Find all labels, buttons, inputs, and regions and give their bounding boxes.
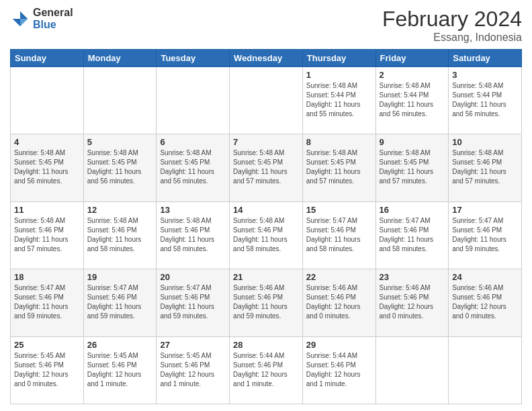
- calendar-cell: 16Sunrise: 5:47 AM Sunset: 5:46 PM Dayli…: [375, 201, 449, 269]
- day-info: Sunrise: 5:45 AM Sunset: 5:46 PM Dayligh…: [87, 351, 153, 389]
- day-info: Sunrise: 5:48 AM Sunset: 5:46 PM Dayligh…: [233, 216, 299, 254]
- location-subtitle: Essang, Indonesia: [382, 32, 522, 44]
- day-header-monday: Monday: [83, 50, 157, 67]
- day-number: 20: [160, 272, 226, 282]
- day-number: 24: [452, 272, 518, 282]
- day-number: 28: [233, 340, 299, 350]
- calendar-cell: 20Sunrise: 5:47 AM Sunset: 5:46 PM Dayli…: [157, 269, 230, 336]
- day-number: 19: [87, 272, 153, 282]
- day-number: 6: [160, 137, 226, 147]
- day-info: Sunrise: 5:47 AM Sunset: 5:46 PM Dayligh…: [452, 216, 518, 254]
- calendar-cell: 27Sunrise: 5:45 AM Sunset: 5:46 PM Dayli…: [157, 336, 230, 404]
- day-info: Sunrise: 5:47 AM Sunset: 5:46 PM Dayligh…: [14, 283, 80, 321]
- day-number: 26: [87, 340, 153, 350]
- calendar-cell: 24Sunrise: 5:46 AM Sunset: 5:46 PM Dayli…: [449, 269, 522, 336]
- day-number: 7: [233, 137, 299, 147]
- calendar-cell: 19Sunrise: 5:47 AM Sunset: 5:46 PM Dayli…: [83, 269, 157, 336]
- day-number: 8: [306, 137, 372, 147]
- svg-marker-0: [20, 11, 28, 18]
- logo-text: General Blue: [33, 7, 73, 30]
- calendar-cell: 23Sunrise: 5:46 AM Sunset: 5:46 PM Dayli…: [375, 269, 449, 336]
- calendar-cell: 15Sunrise: 5:47 AM Sunset: 5:46 PM Dayli…: [302, 201, 375, 269]
- day-number: 25: [14, 340, 80, 350]
- day-number: 14: [233, 205, 299, 215]
- calendar-cell: 10Sunrise: 5:48 AM Sunset: 5:46 PM Dayli…: [449, 134, 522, 201]
- day-info: Sunrise: 5:45 AM Sunset: 5:46 PM Dayligh…: [160, 351, 226, 389]
- day-info: Sunrise: 5:48 AM Sunset: 5:44 PM Dayligh…: [452, 81, 518, 119]
- svg-marker-1: [20, 19, 28, 26]
- calendar-cell: 25Sunrise: 5:45 AM Sunset: 5:46 PM Dayli…: [11, 336, 84, 404]
- day-info: Sunrise: 5:47 AM Sunset: 5:46 PM Dayligh…: [160, 283, 226, 321]
- day-number: 11: [14, 205, 80, 215]
- day-header-wednesday: Wednesday: [230, 50, 303, 67]
- day-number: 17: [452, 205, 518, 215]
- calendar-cell: 11Sunrise: 5:48 AM Sunset: 5:46 PM Dayli…: [11, 201, 84, 269]
- day-header-friday: Friday: [375, 50, 449, 67]
- day-number: 18: [14, 272, 80, 282]
- calendar-cell: 6Sunrise: 5:48 AM Sunset: 5:45 PM Daylig…: [157, 134, 230, 201]
- calendar-cell: 13Sunrise: 5:48 AM Sunset: 5:46 PM Dayli…: [157, 201, 230, 269]
- day-info: Sunrise: 5:48 AM Sunset: 5:44 PM Dayligh…: [380, 81, 445, 119]
- calendar-cell: 29Sunrise: 5:44 AM Sunset: 5:46 PM Dayli…: [302, 336, 375, 404]
- day-number: 21: [233, 272, 299, 282]
- day-number: 9: [380, 137, 445, 147]
- day-info: Sunrise: 5:48 AM Sunset: 5:46 PM Dayligh…: [87, 216, 153, 254]
- calendar-cell: 14Sunrise: 5:48 AM Sunset: 5:46 PM Dayli…: [230, 201, 303, 269]
- day-info: Sunrise: 5:46 AM Sunset: 5:46 PM Dayligh…: [233, 283, 299, 321]
- day-info: Sunrise: 5:46 AM Sunset: 5:46 PM Dayligh…: [380, 283, 445, 321]
- header: General Blue February 2024 Essang, Indon…: [10, 7, 522, 44]
- day-info: Sunrise: 5:48 AM Sunset: 5:46 PM Dayligh…: [160, 216, 226, 254]
- calendar-week-row: 1Sunrise: 5:48 AM Sunset: 5:44 PM Daylig…: [11, 67, 522, 134]
- day-number: 27: [160, 340, 226, 350]
- calendar-cell: [157, 67, 230, 134]
- month-title: February 2024: [382, 7, 522, 32]
- calendar-cell: 21Sunrise: 5:46 AM Sunset: 5:46 PM Dayli…: [230, 269, 303, 336]
- calendar-cell: [449, 336, 522, 404]
- logo-blue: Blue: [33, 19, 73, 31]
- calendar-cell: [83, 67, 157, 134]
- day-number: 10: [452, 137, 518, 147]
- calendar-week-row: 18Sunrise: 5:47 AM Sunset: 5:46 PM Dayli…: [11, 269, 522, 336]
- day-header-sunday: Sunday: [11, 50, 84, 67]
- svg-marker-2: [13, 19, 20, 26]
- day-info: Sunrise: 5:47 AM Sunset: 5:46 PM Dayligh…: [87, 283, 153, 321]
- calendar-cell: [230, 67, 303, 134]
- day-info: Sunrise: 5:48 AM Sunset: 5:45 PM Dayligh…: [87, 148, 153, 186]
- calendar-week-row: 11Sunrise: 5:48 AM Sunset: 5:46 PM Dayli…: [11, 201, 522, 269]
- day-info: Sunrise: 5:48 AM Sunset: 5:44 PM Dayligh…: [306, 81, 372, 119]
- day-info: Sunrise: 5:48 AM Sunset: 5:45 PM Dayligh…: [160, 148, 226, 186]
- calendar-cell: 5Sunrise: 5:48 AM Sunset: 5:45 PM Daylig…: [83, 134, 157, 201]
- logo-icon: [10, 9, 30, 29]
- calendar-cell: 7Sunrise: 5:48 AM Sunset: 5:45 PM Daylig…: [230, 134, 303, 201]
- page: General Blue February 2024 Essang, Indon…: [0, 0, 532, 411]
- calendar-week-row: 25Sunrise: 5:45 AM Sunset: 5:46 PM Dayli…: [11, 336, 522, 404]
- calendar-header-row: SundayMondayTuesdayWednesdayThursdayFrid…: [11, 50, 522, 67]
- day-info: Sunrise: 5:44 AM Sunset: 5:46 PM Dayligh…: [306, 351, 372, 389]
- calendar-cell: 17Sunrise: 5:47 AM Sunset: 5:46 PM Dayli…: [449, 201, 522, 269]
- calendar-cell: 9Sunrise: 5:48 AM Sunset: 5:45 PM Daylig…: [375, 134, 449, 201]
- day-info: Sunrise: 5:48 AM Sunset: 5:45 PM Dayligh…: [306, 148, 372, 186]
- day-number: 1: [306, 70, 372, 80]
- day-number: 23: [380, 272, 445, 282]
- day-info: Sunrise: 5:46 AM Sunset: 5:46 PM Dayligh…: [306, 283, 372, 321]
- calendar-cell: 12Sunrise: 5:48 AM Sunset: 5:46 PM Dayli…: [83, 201, 157, 269]
- day-info: Sunrise: 5:47 AM Sunset: 5:46 PM Dayligh…: [306, 216, 372, 254]
- calendar-table: SundayMondayTuesdayWednesdayThursdayFrid…: [10, 49, 522, 404]
- calendar-cell: [375, 336, 449, 404]
- calendar-cell: 22Sunrise: 5:46 AM Sunset: 5:46 PM Dayli…: [302, 269, 375, 336]
- calendar-cell: 1Sunrise: 5:48 AM Sunset: 5:44 PM Daylig…: [302, 67, 375, 134]
- day-number: 3: [452, 70, 518, 80]
- day-header-thursday: Thursday: [302, 50, 375, 67]
- day-info: Sunrise: 5:47 AM Sunset: 5:46 PM Dayligh…: [380, 216, 445, 254]
- day-info: Sunrise: 5:48 AM Sunset: 5:45 PM Dayligh…: [14, 148, 80, 186]
- logo-general: General: [33, 7, 73, 19]
- calendar-cell: 28Sunrise: 5:44 AM Sunset: 5:46 PM Dayli…: [230, 336, 303, 404]
- day-number: 15: [306, 205, 372, 215]
- day-header-saturday: Saturday: [449, 50, 522, 67]
- day-info: Sunrise: 5:46 AM Sunset: 5:46 PM Dayligh…: [452, 283, 518, 321]
- calendar-cell: 4Sunrise: 5:48 AM Sunset: 5:45 PM Daylig…: [11, 134, 84, 201]
- day-info: Sunrise: 5:45 AM Sunset: 5:46 PM Dayligh…: [14, 351, 80, 389]
- day-number: 29: [306, 340, 372, 350]
- title-block: February 2024 Essang, Indonesia: [382, 7, 522, 44]
- calendar-cell: 18Sunrise: 5:47 AM Sunset: 5:46 PM Dayli…: [11, 269, 84, 336]
